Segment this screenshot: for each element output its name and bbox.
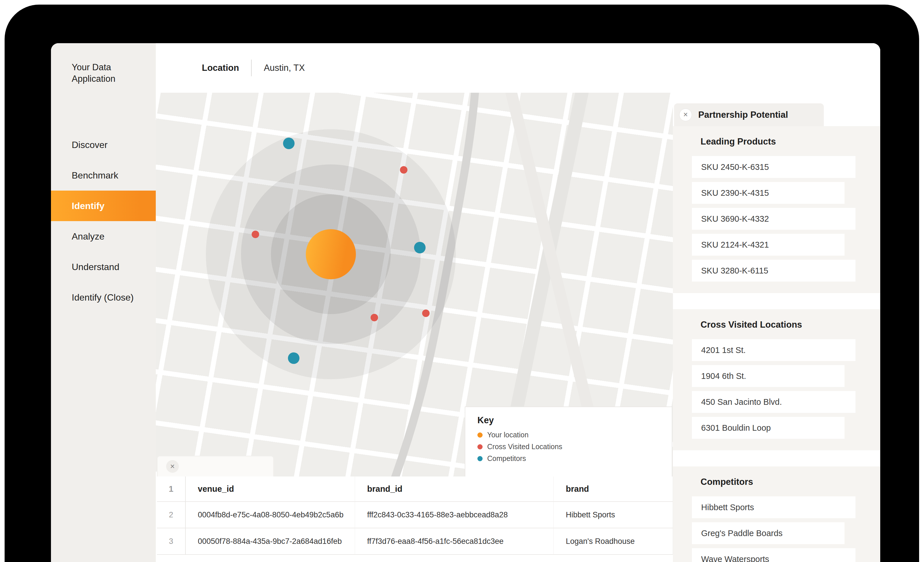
legend-item-cross-visited: Cross Visited Locations [477, 442, 672, 451]
sidebar-item-identify-close[interactable]: Identify (Close) [51, 282, 156, 313]
section-heading: Competitors [700, 476, 880, 488]
legend-label: Cross Visited Locations [487, 442, 562, 451]
topbar: Location Austin, TX [156, 43, 880, 93]
venues-table: 1 venue_id brand_id brand 2 0004fb8d-e75… [157, 477, 673, 555]
panel-title: Partnership Potential [698, 110, 788, 120]
competitors-legend-dot-icon [477, 456, 483, 461]
map-legend: Key Your location Cross Visited Location… [465, 406, 672, 477]
competitor-marker[interactable] [288, 352, 300, 364]
location-item[interactable]: 1904 6th St. [692, 365, 844, 387]
venue-id-cell: 00050f78-884a-435a-9bc7-2a684ad16feb [186, 528, 355, 555]
location-item[interactable]: 4201 1st St. [692, 339, 855, 361]
brand-cell: Hibbett Sports [554, 502, 673, 528]
your-location-legend-dot-icon [477, 432, 483, 438]
competitor-item[interactable]: Wave Watersports [692, 548, 855, 562]
app-window: Your Data Application Discover Benchmark… [51, 43, 880, 562]
sidebar-item-identify[interactable]: Identify [51, 190, 156, 221]
cross-visited-legend-dot-icon [477, 444, 483, 450]
legend-item-competitors: Competitors [477, 454, 672, 463]
app-title: Your Data Application [72, 61, 141, 85]
cross-visited-marker[interactable] [422, 310, 430, 317]
location-value[interactable]: Austin, TX [264, 63, 304, 73]
cross-visited-marker[interactable] [252, 231, 259, 238]
competitor-item[interactable]: Greg's Paddle Boards [692, 522, 844, 544]
competitor-marker[interactable] [414, 242, 426, 253]
topbar-divider [251, 60, 252, 76]
location-item[interactable]: 6301 Bouldin Loop [692, 417, 844, 439]
sku-item[interactable]: SKU 3280-K-6115 [692, 260, 855, 282]
close-icon: × [170, 462, 175, 471]
partnership-panel-tab: × Partnership Potential [674, 103, 824, 126]
sku-item[interactable]: SKU 3690-K-4332 [692, 208, 855, 230]
section-cross-visited-locations: Cross Visited Locations 4201 1st St. 190… [673, 309, 880, 450]
sidebar-item-discover[interactable]: Discover [51, 130, 156, 160]
partnership-panel: × Partnership Potential Leading Products… [673, 93, 880, 562]
panel-body: Leading Products SKU 2450-K-6315 SKU 239… [673, 126, 880, 562]
map-canvas[interactable]: Key Your location Cross Visited Location… [156, 93, 673, 477]
cross-visited-marker[interactable] [400, 166, 407, 174]
cross-visited-marker[interactable] [370, 314, 378, 321]
sidebar-item-analyze[interactable]: Analyze [51, 221, 156, 252]
legend-label: Your location [487, 431, 529, 439]
sku-item[interactable]: SKU 2124-K-4321 [692, 234, 844, 256]
row-number-cell: 3 [157, 528, 186, 555]
sidebar-item-understand[interactable]: Understand [51, 252, 156, 282]
screenshot-canvas: Your Data Application Discover Benchmark… [0, 0, 924, 562]
legend-title: Key [477, 415, 672, 426]
row-number-cell: 2 [157, 502, 186, 528]
sidebar: Your Data Application Discover Benchmark… [51, 43, 156, 562]
column-header-brand-id: brand_id [355, 477, 554, 502]
competitor-item[interactable]: Hibbett Sports [692, 496, 855, 518]
column-header-venue-id: venue_id [186, 477, 355, 502]
sku-item[interactable]: SKU 2390-K-4315 [692, 182, 844, 204]
section-heading: Leading Products [700, 136, 880, 147]
sidebar-item-benchmark[interactable]: Benchmark [51, 160, 156, 190]
your-location-marker[interactable] [306, 229, 356, 279]
section-leading-products: Leading Products SKU 2450-K-6315 SKU 239… [673, 126, 880, 293]
row-number-cell: 1 [157, 477, 186, 502]
location-item[interactable]: 450 San Jacinto Blvd. [692, 391, 855, 413]
close-icon: × [683, 110, 688, 119]
close-table-button[interactable]: × [166, 460, 179, 473]
brand-id-cell: ff7f3d76-eaa8-4f56-a1fc-56eca81dc3ee [355, 528, 554, 555]
close-panel-button[interactable]: × [679, 109, 692, 121]
legend-item-your-location: Your location [477, 431, 672, 439]
brand-cell: Logan's Roadhouse [554, 528, 673, 555]
section-competitors: Competitors Hibbett Sports Greg's Paddle… [673, 466, 880, 562]
sidebar-menu: Discover Benchmark Identify Analyze Unde… [51, 130, 156, 313]
competitor-marker[interactable] [283, 138, 295, 149]
section-heading: Cross Visited Locations [700, 319, 880, 331]
brand-id-cell: fff2c843-0c33-4165-88e3-aebbcead8a28 [355, 502, 554, 528]
table-panel-tab: × [157, 456, 274, 477]
sku-item[interactable]: SKU 2450-K-6315 [692, 156, 855, 178]
venue-id-cell: 0004fb8d-e75c-4a08-8050-4eb49b2c5a6b [186, 502, 355, 528]
legend-label: Competitors [487, 454, 526, 463]
column-header-brand: brand [554, 477, 673, 502]
location-label: Location [202, 63, 239, 73]
